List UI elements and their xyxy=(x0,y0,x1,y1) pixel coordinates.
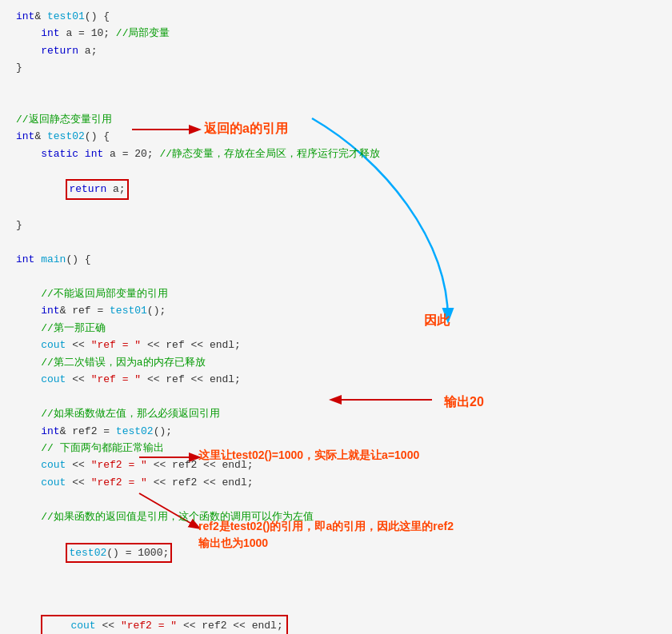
code-line: return a; xyxy=(16,42,656,59)
code-line: //第二次错误，因为a的内存已释放 xyxy=(16,354,656,371)
code-line: //如果函数的返回值是引用，这个函数的调用可以作为左值 xyxy=(16,508,656,525)
code-area: int& test01() { int a = 10; //局部变量 retur… xyxy=(0,0,672,634)
code-line: //第一那正确 xyxy=(16,320,656,337)
code-line: int& test01() { xyxy=(16,8,656,25)
code-line: //不能返回局部变量的引用 xyxy=(16,285,656,302)
test02-assign-line: test02() = 1000; xyxy=(16,525,656,580)
code-line: int& ref = test01(); xyxy=(16,302,656,319)
code-line: int& ref2 = test02(); xyxy=(16,423,656,440)
code-line: int main() { xyxy=(16,251,656,268)
code-line: //返回静态变量引用 xyxy=(16,111,656,128)
code-line: cout << "ref2 = " << ref2 << endl; xyxy=(16,474,656,491)
code-line: int& test02() { xyxy=(16,128,656,145)
code-line: //如果函数做左值，那么必须返回引用 xyxy=(16,405,656,422)
cout-box: cout << "ref2 = " << ref2 << endl; xyxy=(41,615,288,634)
code-line: cout << "ref = " << ref << endl; xyxy=(16,371,656,388)
cout-highlight-line1: cout << "ref2 = " << ref2 << endl; xyxy=(16,597,656,634)
code-line: static int a = 20; //静态变量，存放在全局区，程序运行完才释… xyxy=(16,146,656,162)
code-line: // 下面两句都能正常输出 xyxy=(16,440,656,457)
return-highlight: return a; xyxy=(66,179,128,199)
code-line: cout << "ref = " << ref << endl; xyxy=(16,337,656,353)
code-line: } xyxy=(16,217,656,233)
test02-highlight: test02() = 1000; xyxy=(66,543,172,563)
code-line: cout << "ref2 = " << ref2 << endl; xyxy=(16,457,656,473)
highlighted-return-line: return a; xyxy=(16,162,656,217)
code-line: int a = 10; //局部变量 xyxy=(16,25,656,42)
code-line: } xyxy=(16,59,656,76)
